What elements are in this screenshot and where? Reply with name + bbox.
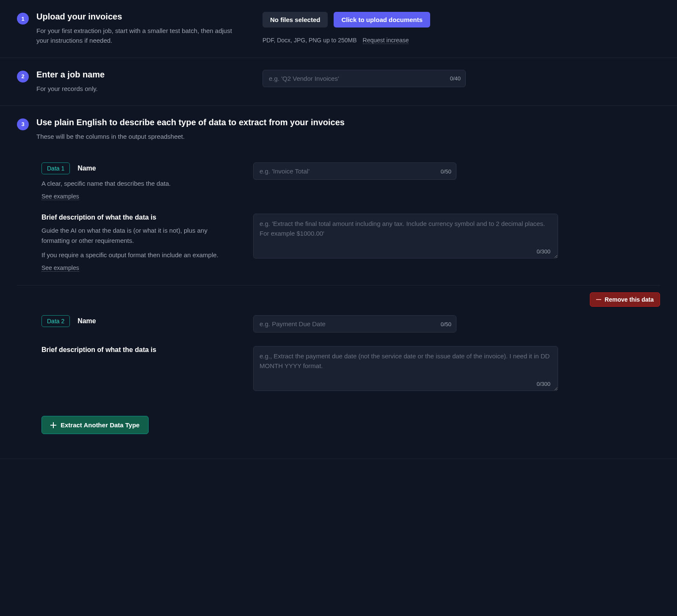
step-2-title: Enter a job name — [36, 70, 105, 80]
request-increase-link[interactable]: Request increase — [363, 37, 409, 44]
add-data-type-button[interactable]: Extract Another Data Type — [41, 416, 149, 434]
step-1-badge: 1 — [17, 13, 29, 25]
step-3-desc: These will be the columns in the output … — [36, 132, 345, 141]
job-name-input[interactable] — [263, 70, 466, 87]
add-data-type-label: Extract Another Data Type — [61, 421, 140, 429]
data-1-desc-counter: 0/300 — [536, 248, 550, 255]
footer-gap — [0, 459, 677, 484]
step-2-desc: For your records only. — [36, 84, 105, 94]
step-2-badge: 2 — [17, 71, 29, 82]
step-3-badge: 3 — [17, 118, 29, 130]
data-1-desc-label: Brief description of what the data is — [41, 214, 156, 221]
data-divider: Remove this data — [17, 285, 660, 286]
no-files-button[interactable]: No files selected — [263, 12, 328, 28]
data-2-block: Data 2 Name 0/50 Brief description of wh… — [0, 286, 677, 392]
data-1-desc-help2: If you require a specific output format … — [41, 250, 228, 260]
data-1-name-counter: 0/50 — [441, 168, 451, 174]
data-1-name-examples-link[interactable]: See examples — [41, 193, 79, 200]
data-2-name-input[interactable] — [253, 315, 456, 333]
data-1-desc-examples-link[interactable]: See examples — [41, 264, 79, 272]
remove-data-2-button[interactable]: Remove this data — [590, 292, 660, 307]
file-types-hint: PDF, Docx, JPG, PNG up to 250MB — [263, 37, 357, 44]
data-2-tag: Data 2 — [41, 315, 70, 327]
data-2-desc-textarea[interactable] — [253, 346, 558, 391]
step-1-section: 1 Upload your invoices For your first ex… — [0, 0, 677, 58]
data-1-name-input[interactable] — [253, 162, 456, 180]
data-2-desc-counter: 0/300 — [536, 381, 550, 387]
data-2-desc-label: Brief description of what the data is — [41, 346, 156, 353]
data-1-tag: Data 1 — [41, 162, 70, 174]
minus-icon — [596, 299, 601, 300]
step-3-title: Use plain English to describe each type … — [36, 118, 345, 127]
data-2-name-label: Name — [77, 317, 96, 324]
step-1-desc: For your first extraction job, start wit… — [36, 26, 246, 46]
data-1-desc-help1: Guide the AI on what the data is (or wha… — [41, 226, 228, 246]
upload-documents-button[interactable]: Click to upload documents — [334, 12, 430, 28]
data-2-name-counter: 0/50 — [441, 321, 451, 327]
step-3-section: 3 Use plain English to describe each typ… — [0, 106, 677, 450]
step-2-section: 2 Enter a job name For your records only… — [0, 58, 677, 106]
data-1-name-label: Name — [77, 165, 96, 172]
job-name-counter: 0/40 — [450, 75, 461, 82]
data-1-block: Data 1 Name A clear, specific name that … — [0, 162, 677, 272]
remove-data-2-label: Remove this data — [605, 296, 654, 303]
data-1-desc-textarea[interactable] — [253, 214, 558, 258]
step-1-title: Upload your invoices — [36, 12, 246, 22]
data-1-name-desc: A clear, specific name that describes th… — [41, 179, 228, 189]
plus-icon — [50, 422, 56, 428]
